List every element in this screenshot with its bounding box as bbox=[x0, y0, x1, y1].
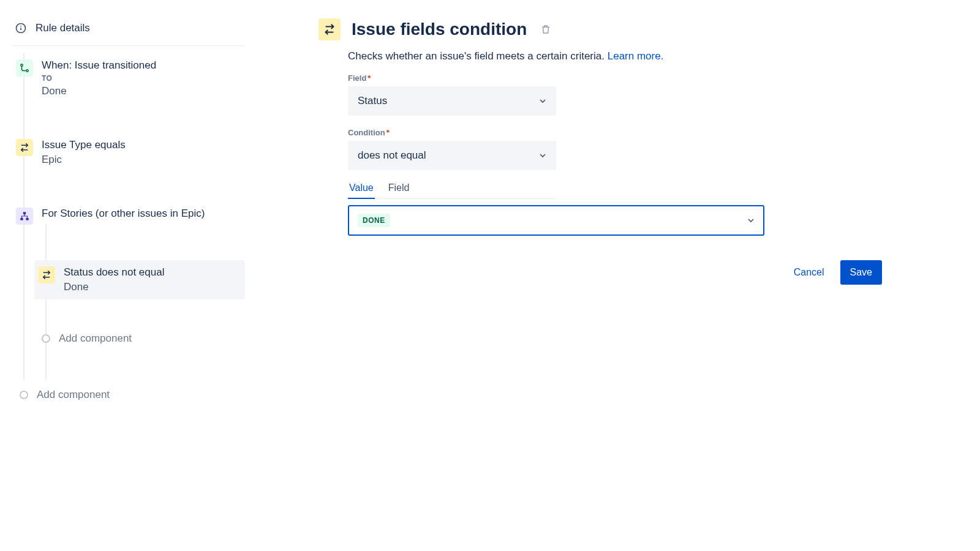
trigger-icon bbox=[16, 59, 33, 77]
condition-select[interactable]: does not equal bbox=[348, 141, 556, 170]
rule-details-link[interactable]: Rule details bbox=[12, 18, 245, 46]
condition-select-value: does not equal bbox=[358, 149, 426, 162]
step-sub: Done bbox=[42, 85, 241, 97]
condition-label: Condition* bbox=[348, 128, 882, 137]
step-title: When: Issue transitioned bbox=[42, 59, 241, 72]
branch-icon bbox=[16, 208, 33, 225]
svg-rect-6 bbox=[20, 218, 23, 220]
add-circle-icon bbox=[42, 334, 50, 343]
page-title: Issue fields condition bbox=[352, 20, 527, 39]
info-icon bbox=[15, 22, 27, 34]
step-sub: Epic bbox=[42, 154, 241, 166]
tab-value[interactable]: Value bbox=[348, 182, 375, 198]
step-title: For Stories (or other issues in Epic) bbox=[42, 208, 241, 220]
svg-point-3 bbox=[21, 64, 23, 66]
add-component-label: Add component bbox=[59, 332, 132, 345]
add-component-outer[interactable]: Add component bbox=[12, 385, 245, 405]
condition-icon bbox=[16, 139, 33, 156]
rule-timeline: When: Issue transitioned TO Done Issue T… bbox=[12, 53, 245, 405]
status-chip: DONE bbox=[358, 214, 390, 227]
condition-icon bbox=[38, 266, 55, 283]
condition-icon bbox=[318, 18, 341, 40]
form-actions: Cancel Save bbox=[348, 260, 882, 285]
description-text: Checks whether an issue's field meets a … bbox=[348, 50, 882, 62]
condition-form: Field* Status Condition* does not equal … bbox=[348, 73, 882, 285]
delete-button[interactable] bbox=[538, 21, 554, 37]
step-title: Issue Type equals bbox=[42, 139, 241, 151]
add-circle-icon bbox=[20, 391, 28, 399]
cancel-button[interactable]: Cancel bbox=[784, 260, 834, 285]
chevron-down-icon bbox=[538, 151, 548, 160]
chevron-down-icon bbox=[746, 216, 756, 225]
main-header: Issue fields condition bbox=[318, 18, 882, 40]
step-title: Status does not equal bbox=[64, 266, 241, 279]
add-component-inner[interactable]: Add component bbox=[34, 329, 245, 348]
svg-point-4 bbox=[26, 70, 28, 72]
value-select[interactable]: DONE bbox=[348, 205, 764, 236]
learn-more-link[interactable]: Learn more. bbox=[608, 50, 664, 62]
step-sub: Done bbox=[64, 281, 241, 293]
step-condition-issuetype[interactable]: Issue Type equals Epic bbox=[12, 133, 245, 172]
field-select[interactable]: Status bbox=[348, 86, 556, 116]
save-button[interactable]: Save bbox=[840, 260, 882, 285]
field-select-value: Status bbox=[358, 95, 387, 107]
tab-field[interactable]: Field bbox=[387, 182, 411, 198]
step-sublabel: TO bbox=[42, 74, 241, 83]
step-branch[interactable]: For Stories (or other issues in Epic) bbox=[12, 201, 245, 231]
svg-rect-7 bbox=[26, 218, 29, 220]
step-condition-status[interactable]: Status does not equal Done bbox=[34, 260, 245, 299]
compare-tabs: Value Field bbox=[348, 182, 556, 199]
field-label: Field* bbox=[348, 73, 882, 83]
svg-rect-5 bbox=[23, 212, 26, 214]
svg-point-2 bbox=[20, 26, 21, 27]
step-trigger[interactable]: When: Issue transitioned TO Done bbox=[12, 53, 245, 103]
rule-details-label: Rule details bbox=[36, 22, 90, 34]
add-component-label: Add component bbox=[37, 389, 110, 401]
main-panel: Issue fields condition Checks whether an… bbox=[257, 0, 980, 551]
rule-sidebar: Rule details When: Issue transitioned TO… bbox=[0, 0, 257, 551]
chevron-down-icon bbox=[538, 96, 548, 106]
